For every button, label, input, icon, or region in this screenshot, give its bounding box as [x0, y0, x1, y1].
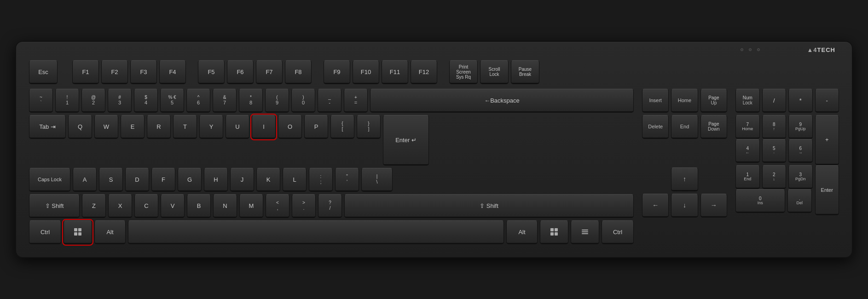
key-print-screen[interactable]: Print Screen Sys Rq	[449, 60, 478, 84]
key-shift-right[interactable]: ⇧ Shift	[344, 194, 634, 218]
key-j[interactable]: J	[230, 168, 254, 192]
key-f6[interactable]: F6	[227, 60, 254, 84]
key-b[interactable]: B	[187, 194, 211, 218]
key-alt-left[interactable]: Alt	[94, 220, 126, 244]
key-g[interactable]: G	[178, 168, 202, 192]
key-equals[interactable]: + =	[344, 89, 368, 113]
key-7[interactable]: & 7	[213, 89, 237, 113]
key-insert[interactable]: Insert	[642, 89, 669, 113]
key-arrow-right[interactable]: →	[700, 194, 727, 218]
key-f8[interactable]: F8	[285, 60, 312, 84]
key-8[interactable]: * 8	[239, 89, 263, 113]
key-arrow-down[interactable]: ↓	[671, 194, 698, 218]
key-u[interactable]: U	[226, 115, 249, 139]
key-numpad-9[interactable]: 9 PgUp	[788, 115, 813, 139]
key-alt-right[interactable]: Alt	[506, 220, 538, 244]
key-x[interactable]: X	[108, 194, 132, 218]
key-numpad-4[interactable]: 4 ←	[735, 139, 760, 163]
key-c[interactable]: C	[134, 194, 158, 218]
key-f7[interactable]: F7	[256, 60, 283, 84]
key-backslash[interactable]: | \	[361, 168, 393, 192]
key-space[interactable]	[128, 220, 504, 244]
key-numpad-3[interactable]: 3 PgDn	[788, 165, 813, 189]
key-3[interactable]: # 3	[108, 89, 132, 113]
key-ctrl-right[interactable]: Ctrl	[602, 220, 634, 244]
key-9[interactable]: ( 9	[265, 89, 289, 113]
key-f[interactable]: F	[151, 168, 175, 192]
key-h[interactable]: H	[204, 168, 228, 192]
key-arrow-left[interactable]: ←	[642, 194, 669, 218]
key-f11[interactable]: F11	[382, 60, 408, 84]
key-numpad-1[interactable]: 1 End	[735, 165, 760, 189]
key-quote[interactable]: " '	[335, 168, 359, 192]
key-numpad-0[interactable]: 0 Ins	[735, 189, 785, 213]
key-num-lock[interactable]: Num Lock	[735, 89, 760, 113]
key-n[interactable]: N	[213, 194, 237, 218]
key-numpad-8[interactable]: 8 ↑	[762, 115, 787, 139]
key-enter[interactable]: Enter ↵	[383, 115, 429, 166]
key-backtick[interactable]: ~ `	[29, 89, 53, 113]
key-numpad-6[interactable]: 6 →	[788, 139, 813, 163]
key-f4[interactable]: F4	[159, 60, 186, 84]
key-tab[interactable]: Tab ⇥	[29, 115, 66, 139]
key-ctrl-left[interactable]: Ctrl	[29, 220, 61, 244]
key-f9[interactable]: F9	[324, 60, 350, 84]
key-win-left[interactable]	[64, 220, 92, 244]
key-numpad-minus[interactable]: -	[815, 89, 839, 113]
key-t[interactable]: T	[173, 115, 197, 139]
key-o[interactable]: O	[278, 115, 302, 139]
key-semicolon[interactable]: : ;	[309, 168, 333, 192]
key-numpad-5[interactable]: 5 ·	[762, 139, 787, 163]
key-r[interactable]: R	[147, 115, 171, 139]
key-shift-left[interactable]: ⇧ Shift	[29, 194, 80, 218]
key-m[interactable]: M	[239, 194, 263, 218]
key-f1[interactable]: F1	[72, 60, 99, 84]
key-a[interactable]: A	[73, 168, 97, 192]
key-numpad-dot[interactable]: . Del	[787, 189, 812, 213]
key-scroll-lock[interactable]: Scroll Lock	[480, 60, 509, 84]
key-end[interactable]: End	[671, 115, 698, 139]
key-delete[interactable]: Delete	[642, 115, 669, 139]
key-p[interactable]: P	[304, 115, 328, 139]
key-f5[interactable]: F5	[198, 60, 225, 84]
key-y[interactable]: Y	[199, 115, 223, 139]
key-win-right[interactable]	[540, 220, 568, 244]
key-v[interactable]: V	[161, 194, 185, 218]
key-open-bracket[interactable]: { [	[330, 115, 354, 139]
key-2[interactable]: @ 2	[81, 89, 105, 113]
key-esc[interactable]: Esc	[29, 60, 58, 84]
key-w[interactable]: W	[94, 115, 118, 139]
key-period[interactable]: > .	[292, 194, 316, 218]
key-slash[interactable]: ? /	[318, 194, 342, 218]
key-q[interactable]: Q	[68, 115, 92, 139]
key-numpad-asterisk[interactable]: *	[788, 89, 813, 113]
key-z[interactable]: Z	[82, 194, 106, 218]
key-f10[interactable]: F10	[353, 60, 379, 84]
key-menu[interactable]	[571, 220, 599, 244]
key-f12[interactable]: F12	[411, 60, 437, 84]
key-f2[interactable]: F2	[101, 60, 128, 84]
key-comma[interactable]: < ,	[266, 194, 289, 218]
key-numpad-2[interactable]: 2 ↓	[762, 165, 787, 189]
key-numpad-enter[interactable]: Enter	[815, 165, 839, 215]
key-page-down[interactable]: Page Down	[700, 115, 727, 139]
key-numpad-7[interactable]: 7 Home	[735, 115, 760, 139]
key-k[interactable]: K	[256, 168, 280, 192]
key-1[interactable]: ! 1	[55, 89, 79, 113]
key-backspace[interactable]: ←Backspace	[370, 89, 634, 113]
key-page-up[interactable]: Page Up	[700, 89, 727, 113]
key-4[interactable]: $ 4	[134, 89, 158, 113]
key-close-bracket[interactable]: } ]	[357, 115, 381, 139]
key-home[interactable]: Home	[671, 89, 698, 113]
key-6[interactable]: ^ 6	[186, 89, 210, 113]
key-arrow-up[interactable]: ↑	[671, 167, 698, 191]
key-numpad-plus[interactable]: +	[815, 115, 839, 165]
key-0[interactable]: ) 0	[291, 89, 315, 113]
key-i[interactable]: I	[252, 115, 276, 139]
key-d[interactable]: D	[125, 168, 149, 192]
key-numpad-slash[interactable]: /	[762, 89, 787, 113]
key-f3[interactable]: F3	[130, 60, 157, 84]
key-e[interactable]: E	[121, 115, 145, 139]
key-s[interactable]: S	[99, 168, 123, 192]
key-caps-lock[interactable]: Caps Lock	[29, 168, 70, 192]
